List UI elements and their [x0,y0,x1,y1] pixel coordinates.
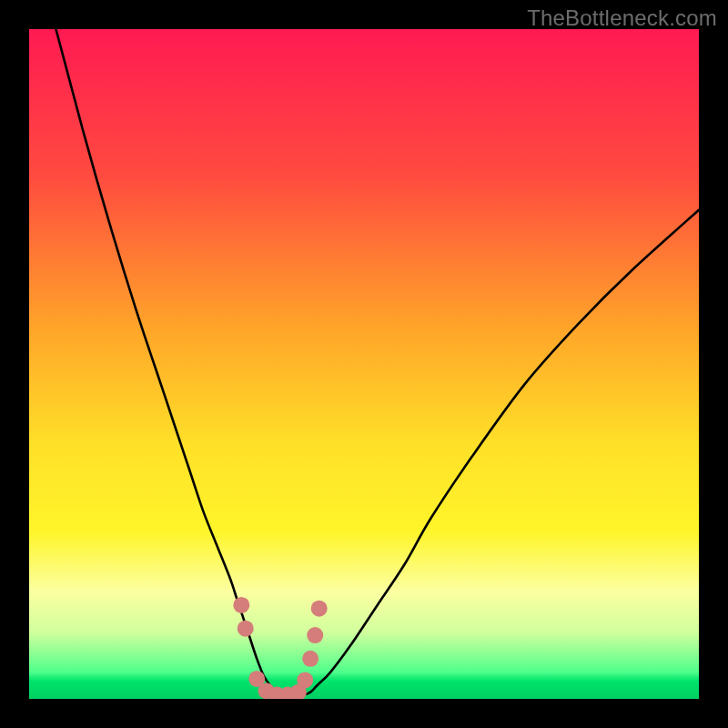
marker-dot [311,601,328,617]
marker-dot [297,672,313,688]
marker-group [233,597,327,699]
watermark-text: TheBottleneck.com [527,5,717,31]
curve-layer [29,29,699,699]
plot-area [29,29,699,699]
marker-dot [233,597,249,613]
chart-frame: TheBottleneck.com [0,0,728,728]
marker-dot [238,621,254,637]
bottleneck-curve [29,29,699,695]
marker-dot [307,627,323,643]
marker-dot [302,651,318,667]
